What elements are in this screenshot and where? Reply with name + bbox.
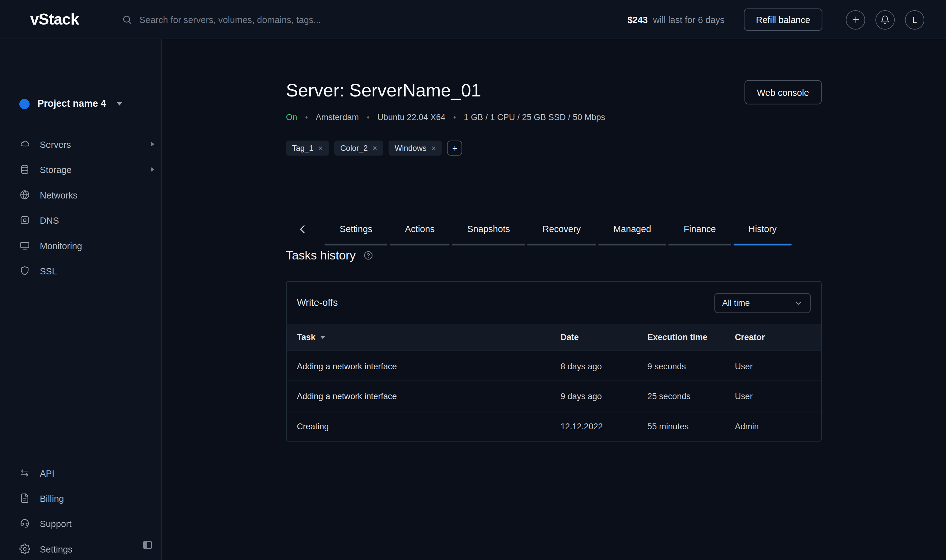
tag-chip[interactable]: Windows × <box>389 141 442 155</box>
topbar: vStack $243 will last for 6 days Refill … <box>0 0 946 39</box>
swap-arrows-icon <box>19 468 30 478</box>
section-title: Tasks history <box>286 249 356 263</box>
server-specs: 1 GB / 1 CPU / 25 GB SSD / 50 Mbps <box>464 112 605 122</box>
chevron-left-icon <box>297 223 309 235</box>
cell-task: Adding a network interface <box>297 391 560 401</box>
server-location: Amsterdam <box>315 112 359 122</box>
table-header: Task Date Execution time Creator <box>287 324 821 350</box>
monitor-icon <box>19 240 30 251</box>
server-status-row: On • Amsterdam • Ubuntu 22.04 X64 • 1 GB… <box>286 112 605 122</box>
global-search <box>122 0 399 39</box>
tag-remove-icon[interactable]: × <box>431 143 436 152</box>
bell-icon <box>880 15 890 25</box>
document-icon <box>19 493 30 504</box>
collapse-sidebar-button[interactable] <box>141 538 154 551</box>
plus-icon <box>851 15 861 25</box>
sidebar-item-networks[interactable]: Networks <box>0 182 162 208</box>
create-button[interactable] <box>846 10 865 29</box>
caret-down-icon <box>116 102 122 106</box>
tab-recovery[interactable]: Recovery <box>528 212 596 245</box>
add-tag-button[interactable]: + <box>448 141 462 155</box>
tag-chip[interactable]: Tag_1 × <box>286 141 329 155</box>
sidebar-item-monitoring[interactable]: Monitoring <box>0 233 162 258</box>
tab-history[interactable]: History <box>734 212 792 245</box>
cell-date: 8 days ago <box>560 361 647 371</box>
tag-chip[interactable]: Color_2 × <box>334 141 383 155</box>
tags-row: Tag_1 × Color_2 × Windows × + <box>286 141 462 155</box>
column-task[interactable]: Task <box>297 332 315 342</box>
sidebar-nav: Servers Storage <box>0 132 162 284</box>
search-icon <box>122 15 132 25</box>
cell-task: Adding a network interface <box>297 361 560 371</box>
sidebar-item-billing[interactable]: Billing <box>0 486 162 511</box>
sidebar-item-servers[interactable]: Servers <box>0 132 162 157</box>
column-date: Date <box>560 332 647 342</box>
user-avatar[interactable]: L <box>905 10 924 29</box>
tag-label: Windows <box>395 143 426 152</box>
time-filter-value: All time <box>722 298 750 308</box>
cell-execution-time: 25 seconds <box>647 391 735 401</box>
sidebar-item-label: Billing <box>40 493 64 503</box>
bullet-separator: • <box>305 112 308 122</box>
tab-snapshots[interactable]: Snapshots <box>452 212 525 245</box>
status-badge: On <box>286 112 297 122</box>
sidebar-item-label: Monitoring <box>40 240 82 251</box>
project-name: Project name 4 <box>37 98 106 109</box>
tag-remove-icon[interactable]: × <box>372 143 377 152</box>
chevron-down-icon <box>794 298 803 308</box>
sidebar-item-label: SSL <box>40 266 57 276</box>
tab-finance[interactable]: Finance <box>669 212 731 245</box>
sidebar: Project name 4 Servers <box>0 39 162 560</box>
tab-settings[interactable]: Settings <box>325 212 388 245</box>
cell-execution-time: 55 minutes <box>647 421 735 431</box>
bullet-separator: • <box>454 112 456 122</box>
table-row[interactable]: Adding a network interface 9 days ago 25… <box>287 380 821 411</box>
tag-label: Color_2 <box>340 143 368 152</box>
app-logo[interactable]: vStack <box>30 0 79 39</box>
column-execution-time: Execution time <box>647 332 735 342</box>
cell-date: 12.12.2022 <box>560 421 647 431</box>
chevron-right-icon <box>151 142 155 147</box>
tag-remove-icon[interactable]: × <box>318 143 323 152</box>
sidebar-item-label: API <box>40 468 54 478</box>
dns-icon <box>19 215 30 226</box>
tab-actions[interactable]: Actions <box>390 212 450 245</box>
table-row[interactable]: Adding a network interface 8 days ago 9 … <box>287 350 821 380</box>
cell-date: 9 days ago <box>560 391 647 401</box>
refill-balance-button[interactable]: Refill balance <box>744 8 822 31</box>
time-filter-select[interactable]: All time <box>714 293 811 313</box>
database-icon <box>19 164 30 175</box>
sidebar-item-storage[interactable]: Storage <box>0 157 162 182</box>
cell-execution-time: 9 seconds <box>647 361 735 371</box>
main-content: Server: ServerName_01 Web console On • A… <box>162 39 946 560</box>
sidebar-item-label: Storage <box>40 164 72 175</box>
shield-icon <box>19 265 30 276</box>
project-color-dot <box>19 98 29 109</box>
collapse-sidebar-icon <box>142 539 153 550</box>
table-row[interactable]: Creating 12.12.2022 55 minutes Admin <box>287 411 821 441</box>
sidebar-item-dns[interactable]: DNS <box>0 208 162 233</box>
notifications-button[interactable] <box>875 10 895 29</box>
web-console-button[interactable]: Web console <box>744 80 822 105</box>
bullet-separator: • <box>366 112 369 122</box>
balance-amount: $243 <box>628 15 648 25</box>
cell-creator: User <box>735 361 821 371</box>
tab-managed[interactable]: Managed <box>598 212 666 245</box>
sidebar-item-ssl[interactable]: SSL <box>0 258 162 283</box>
tabs-bar: Settings Actions Snapshots Recovery Mana… <box>286 212 822 245</box>
column-creator: Creator <box>735 332 821 342</box>
cell-creator: User <box>735 391 821 401</box>
page-title: Server: ServerName_01 <box>286 80 481 101</box>
headset-icon <box>19 518 30 529</box>
tabs-back-button[interactable] <box>297 223 309 235</box>
search-input[interactable] <box>139 15 399 25</box>
sidebar-item-support[interactable]: Support <box>0 511 162 536</box>
cloud-icon <box>19 139 30 150</box>
cell-task: Creating <box>297 421 560 431</box>
sidebar-item-api[interactable]: API <box>0 460 162 485</box>
sidebar-item-settings[interactable]: Settings <box>0 536 162 560</box>
project-selector[interactable]: Project name 4 <box>19 98 122 109</box>
sort-desc-icon <box>320 336 325 339</box>
balance-note: will last for 6 days <box>653 15 725 25</box>
help-icon[interactable] <box>363 251 373 261</box>
